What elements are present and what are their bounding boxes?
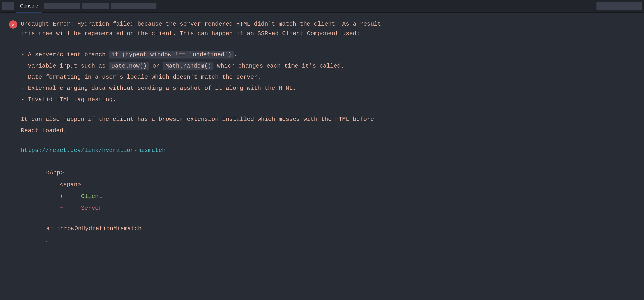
stack-diff-minus: − Server: [32, 202, 635, 214]
error-line2: this tree will be regenerated on the cli…: [21, 29, 381, 39]
error-line1: Uncaught Error: Hydration failed because…: [21, 20, 381, 29]
stack-at-line: at throwOnHydrationMismatch: [32, 223, 635, 234]
bullet-1: - A server/client branch if (typeof wind…: [21, 49, 635, 60]
error-icon: ✕: [9, 20, 17, 29]
toolbar-right-button[interactable]: [596, 2, 642, 10]
extension-line1: It can also happen if the client has a b…: [21, 114, 635, 125]
code-typeof: if (typeof window !== 'undefined'): [109, 51, 234, 59]
error-block: ✕ Uncaught Error: Hydration failed becau…: [9, 20, 635, 38]
stack-diff-plus: + Client: [32, 191, 635, 202]
menu-icon-button[interactable]: [2, 2, 14, 10]
stack-span: <span>: [32, 179, 635, 191]
bullet-5: - Invalid HTML tag nesting.: [21, 94, 635, 105]
hydration-link-container: https://react.dev/link/hydration-mismatc…: [21, 145, 635, 156]
error-details: - A server/client branch if (typeof wind…: [21, 41, 635, 246]
tab-console[interactable]: Console: [16, 0, 42, 13]
bullet-3: - Date formatting in a user's locale whi…: [21, 72, 635, 83]
console-content: ✕ Uncaught Error: Hydration failed becau…: [0, 13, 644, 300]
tab-placeholder-2[interactable]: [82, 3, 109, 9]
stack-app: <App>: [32, 167, 635, 179]
extension-line2: React loaded.: [21, 125, 635, 136]
hydration-link[interactable]: https://react.dev/link/hydration-mismatc…: [21, 147, 166, 154]
stack-trace-block: <App> <span> + Client − Server at throwO…: [32, 167, 635, 246]
error-message-header: Uncaught Error: Hydration failed because…: [21, 20, 381, 38]
bullet-2: - Variable input such as Date.now() or M…: [21, 61, 635, 72]
tab-placeholder-3[interactable]: [111, 3, 156, 9]
toolbar: Console: [0, 0, 644, 13]
tab-placeholder-1[interactable]: [44, 3, 80, 9]
bullet-4: - External changing data without sending…: [21, 83, 635, 94]
dev-tools-panel: Console ✕ Uncaught Error: Hydration fail…: [0, 0, 644, 300]
stack-ellipsis: …: [32, 234, 635, 246]
code-date-now: Date.now(): [109, 62, 149, 70]
code-math-random: Math.random(): [163, 62, 214, 70]
